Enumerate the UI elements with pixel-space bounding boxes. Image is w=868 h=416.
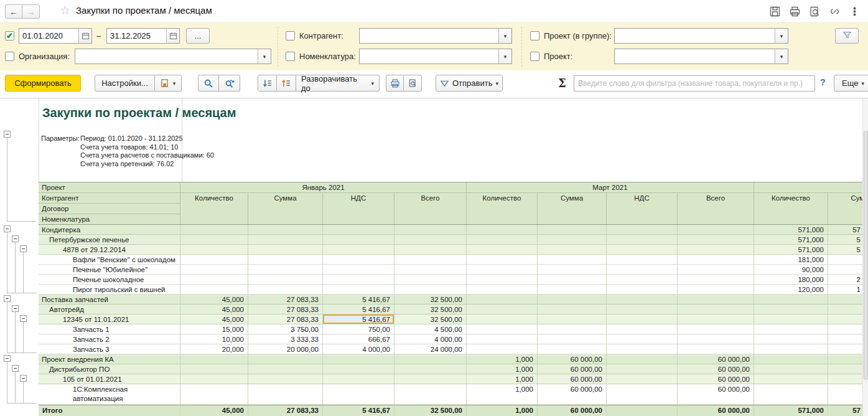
cell-value[interactable]: 45,000 [180, 314, 248, 324]
outline-collapse-box[interactable] [12, 365, 19, 372]
cell-value[interactable] [323, 374, 394, 384]
cell-value[interactable] [323, 275, 394, 285]
cell-value[interactable] [538, 245, 607, 255]
cell-value[interactable] [180, 285, 248, 295]
cell-value[interactable]: 5 416,67 [323, 295, 394, 305]
cell-value[interactable] [607, 364, 678, 374]
cell-value[interactable] [678, 324, 754, 334]
cell-value[interactable] [607, 285, 678, 295]
cell-value[interactable]: 181,000 [754, 255, 828, 265]
cell-value[interactable]: 5 416,67 [323, 305, 394, 314]
search-next-button[interactable] [219, 75, 240, 92]
cell-value[interactable] [248, 374, 323, 384]
cell-value[interactable]: 5 416,67 [323, 405, 394, 416]
cell-value[interactable] [678, 235, 754, 245]
outline-collapse-box[interactable] [12, 305, 19, 312]
cell-label[interactable]: Проект внедрения КА [39, 354, 180, 364]
cell-value[interactable]: 32 500,00 [394, 305, 467, 314]
cell-value[interactable] [678, 245, 754, 255]
cell-value[interactable]: 60 000,00 [678, 405, 754, 416]
nomenclature-checkbox[interactable] [286, 52, 295, 61]
cell-value[interactable] [180, 235, 248, 245]
favorite-star-icon[interactable]: ☆ [60, 3, 70, 17]
cell-value[interactable] [607, 295, 678, 305]
cell-value[interactable] [394, 275, 467, 285]
cell-value[interactable]: 1,000 [467, 384, 538, 405]
cell-value[interactable] [607, 275, 678, 285]
project-combo[interactable]: ▾ [614, 49, 788, 64]
cell-value[interactable] [180, 364, 248, 374]
month-header[interactable]: Март 2021 [467, 182, 754, 193]
calendar-icon[interactable] [78, 29, 91, 43]
cell-value[interactable]: 27 083,33 [248, 314, 323, 324]
cell-value[interactable] [607, 334, 678, 344]
cell-value[interactable] [754, 324, 828, 334]
cell-value[interactable] [323, 285, 394, 295]
cell-value[interactable]: 90,000 [754, 265, 828, 275]
cell-value[interactable] [323, 225, 394, 235]
cell-value[interactable] [607, 314, 678, 324]
cell-value[interactable]: 1,000 [467, 374, 538, 384]
cell-value[interactable]: 27 083,33 [248, 405, 323, 416]
cell-value[interactable]: 4 500,00 [394, 324, 467, 334]
measure-header[interactable]: Сумма [248, 193, 323, 225]
cell-value[interactable] [394, 245, 467, 255]
cell-value[interactable] [467, 295, 538, 305]
cell-value[interactable] [467, 275, 538, 285]
cell-value[interactable]: 180,000 [754, 275, 828, 285]
chevron-down-icon[interactable]: ▾ [498, 49, 511, 64]
cell-value[interactable] [678, 255, 754, 265]
print-preview-button[interactable] [404, 75, 422, 92]
calendar-icon[interactable] [166, 29, 179, 43]
cell-value[interactable] [607, 374, 678, 384]
cell-value[interactable] [538, 295, 607, 305]
cell-value[interactable]: 60 000,00 [538, 374, 607, 384]
measure-header[interactable]: Сумма [538, 193, 607, 225]
outline-collapse-box[interactable] [20, 375, 27, 382]
cell-value[interactable]: 4 000,00 [394, 334, 467, 344]
cell-value[interactable]: 32 500,00 [394, 295, 467, 305]
cell-value[interactable] [678, 334, 754, 344]
cell-label[interactable]: 4878 от 29.12.2014 [39, 245, 180, 255]
forward-button[interactable]: → [22, 4, 40, 19]
cell-value[interactable] [248, 364, 323, 374]
cell-value[interactable] [467, 235, 538, 245]
project-checkbox[interactable] [530, 52, 539, 61]
cell-value[interactable] [248, 384, 323, 405]
measure-header[interactable]: Количество [180, 193, 248, 225]
chevron-down-icon[interactable]: ▾ [775, 49, 788, 64]
cell-value[interactable] [323, 265, 394, 275]
chevron-down-icon[interactable]: ▾ [498, 29, 511, 43]
cell-value[interactable] [538, 305, 607, 314]
project-group-combo[interactable]: ▾ [614, 28, 788, 44]
cell-value[interactable]: 3 750,00 [248, 324, 323, 334]
cell-value[interactable] [754, 314, 828, 324]
period-more-button[interactable]: ... [186, 28, 210, 44]
outline-collapse-box[interactable] [4, 131, 11, 138]
cell-value[interactable]: 60 000,00 [538, 384, 607, 405]
row-dimension-header[interactable]: Договор [39, 204, 180, 214]
row-dimension-header[interactable]: Контрагент [39, 193, 180, 204]
cell-value[interactable]: 32 500,00 [394, 314, 467, 324]
cell-value[interactable] [180, 245, 248, 255]
cell-value[interactable] [538, 324, 607, 334]
autosum-button[interactable]: Σ [558, 77, 566, 90]
cell-value[interactable]: 60 000,00 [678, 364, 754, 374]
link-icon[interactable] [829, 6, 841, 17]
help-button[interactable]: ? [820, 77, 826, 87]
cell-label[interactable]: 12345 от 11.01.2021 [39, 314, 180, 324]
cell-value[interactable] [323, 384, 394, 405]
cell-value[interactable] [607, 245, 678, 255]
cell-value[interactable]: 60 000,00 [538, 364, 607, 374]
cell-value[interactable] [467, 265, 538, 275]
outline-collapse-box[interactable] [4, 355, 11, 362]
collapse-levels-button[interactable] [277, 75, 296, 92]
cell-value[interactable] [323, 235, 394, 245]
print-icon[interactable] [789, 6, 801, 17]
cell-value[interactable] [607, 265, 678, 275]
measure-header[interactable]: Всего [678, 193, 754, 225]
cell-value[interactable] [323, 255, 394, 265]
cell-value[interactable] [248, 265, 323, 275]
report-variants-button[interactable]: ▾ [155, 75, 182, 92]
period-checkbox[interactable]: ✔ [5, 31, 14, 40]
